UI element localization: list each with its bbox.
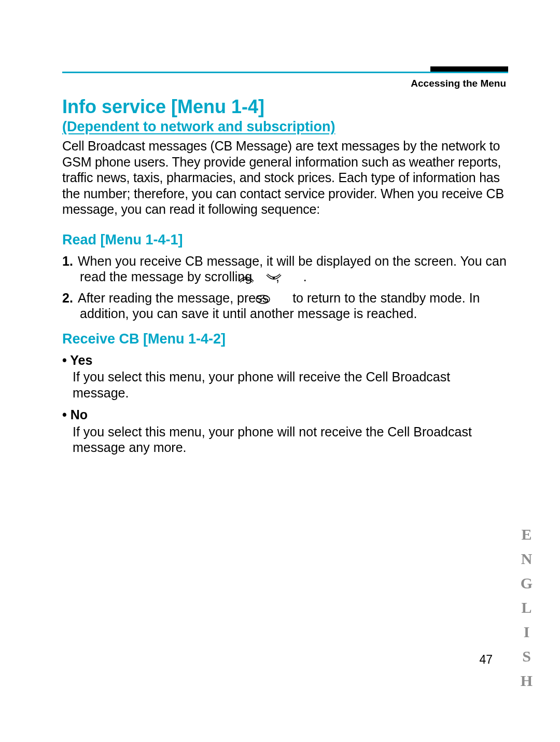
- section-heading-receive: Receive CB [Menu 1-4-2]: [62, 331, 508, 347]
- scroll-down-icon: [283, 271, 300, 281]
- bullet-no-desc: If you select this menu, your phone will…: [62, 424, 508, 456]
- list-number: 2.: [62, 290, 78, 306]
- bullet-no: • No: [62, 407, 508, 423]
- intro-paragraph: Cell Broadcast messages (CB Message) are…: [62, 138, 508, 217]
- side-language-label: ENGLISH: [517, 526, 535, 696]
- breadcrumb: Accessing the Menu: [411, 78, 506, 89]
- end-key-icon: [272, 292, 289, 303]
- bullet-yes: • Yes: [62, 352, 508, 368]
- page: Accessing the Menu Info service [Menu 1-…: [0, 0, 560, 742]
- bullet-yes-desc: If you select this menu, your phone will…: [62, 369, 508, 401]
- list-item: 2.After reading the message, press to re…: [62, 290, 508, 322]
- header-rule: [62, 72, 508, 73]
- list-text-post: .: [300, 269, 307, 284]
- list-text-pre: After reading the message, press: [78, 291, 272, 305]
- svg-point-2: [256, 295, 270, 304]
- list-item: 1.When you receive CB message, it will b…: [62, 253, 508, 285]
- page-subtitle: (Dependent to network and subscription): [62, 119, 508, 135]
- header-tab: [430, 66, 508, 72]
- list-number: 1.: [62, 253, 78, 269]
- section-heading-read: Read [Menu 1-4-1]: [62, 232, 508, 248]
- read-list: 1.When you receive CB message, it will b…: [62, 253, 508, 322]
- page-title: Info service [Menu 1-4]: [62, 96, 508, 118]
- content-area: Info service [Menu 1-4] (Dependent to ne…: [62, 96, 508, 462]
- page-number: 47: [479, 653, 493, 667]
